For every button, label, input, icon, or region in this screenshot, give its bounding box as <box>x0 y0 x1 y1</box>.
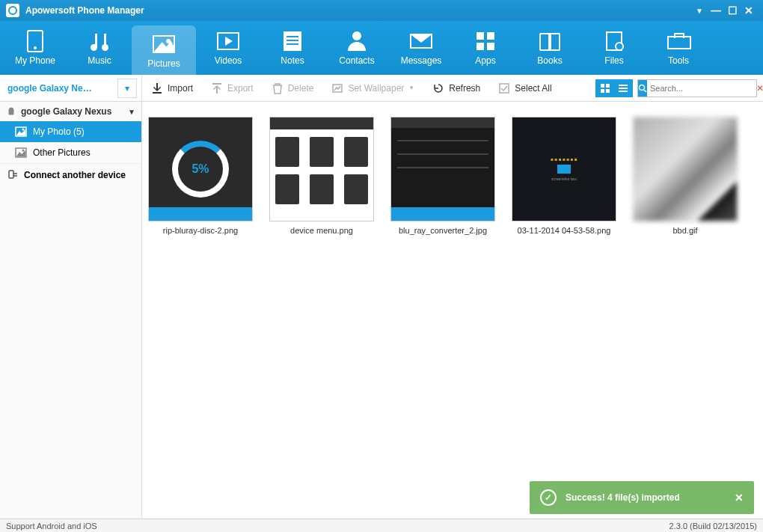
thumbnail-label: 03-11-2014 04-53-58.png <box>518 226 611 235</box>
action-label: Set Wallpaper <box>348 83 404 94</box>
device-dropdown[interactable]: google Galaxy Ne… ▾ <box>0 75 142 102</box>
thumbnail-image: ■ ■ ■ ■ ■ ■ ■screenshot text <box>512 117 616 221</box>
close-toast-icon[interactable]: ✕ <box>735 492 744 504</box>
maximize-icon[interactable]: ☐ <box>724 2 741 19</box>
sub-toolbar: google Galaxy Ne… ▾ Import Export Delete… <box>0 75 763 102</box>
chevron-down-icon: ▼ <box>408 85 414 91</box>
svg-line-10 <box>644 90 646 92</box>
clear-search-icon[interactable]: ✕ <box>756 83 763 94</box>
status-bar: Support Android and iOS 2.3.0 (Build 02/… <box>0 519 763 532</box>
view-toggle <box>595 79 633 97</box>
chevron-down-icon: ▼ <box>128 108 135 116</box>
search-box[interactable]: ✕ <box>637 79 757 97</box>
search-icon <box>638 80 647 97</box>
thumbnail-image: 5% <box>148 117 253 221</box>
pictures-icon <box>152 33 176 55</box>
svg-rect-2 <box>601 84 604 88</box>
svg-rect-7 <box>619 88 628 89</box>
music-icon <box>88 30 111 52</box>
android-icon <box>6 106 16 117</box>
tab-label: Tools <box>668 55 689 66</box>
tab-apps[interactable]: Apps <box>453 21 518 75</box>
import-button[interactable]: Import <box>142 75 202 102</box>
tab-label: Messages <box>401 55 442 66</box>
svg-point-9 <box>640 85 645 90</box>
thumbnail-item[interactable]: bbd.gif <box>633 117 738 235</box>
sidebar-item-other-pictures[interactable]: Other Pictures <box>0 142 141 163</box>
action-label: Delete <box>288 83 314 94</box>
video-icon <box>216 30 240 52</box>
tab-tools[interactable]: Tools <box>646 21 711 75</box>
tab-music[interactable]: Music <box>67 21 132 75</box>
set-wallpaper-button[interactable]: Set Wallpaper ▼ <box>322 75 423 102</box>
action-label: Select All <box>515 83 551 94</box>
messages-icon <box>409 30 433 52</box>
svg-rect-3 <box>606 84 610 88</box>
status-left: Support Android and iOS <box>6 522 97 531</box>
thumbnail-item[interactable]: ■ ■ ■ ■ ■ ■ ■screenshot text 03-11-2014 … <box>512 117 616 235</box>
tab-books[interactable]: Books <box>518 21 582 75</box>
thumbnail-image <box>390 117 495 221</box>
tab-label: My Phone <box>15 55 55 66</box>
thumbnail-label: blu_ray_converter_2.jpg <box>399 226 487 235</box>
sidebar-device-label: google Galaxy Nexus <box>21 106 111 117</box>
refresh-icon <box>432 82 444 94</box>
tools-icon <box>667 30 690 52</box>
select-all-button[interactable]: Select All <box>489 75 560 102</box>
sidebar-connect-device[interactable]: Connect another device <box>0 163 141 186</box>
tab-files[interactable]: Files <box>582 21 646 75</box>
content-area: 5% rip-bluray-disc-2.png device menu.png… <box>142 102 763 519</box>
delete-button[interactable]: Delete <box>263 75 323 102</box>
svg-rect-5 <box>606 89 610 93</box>
tab-label: Music <box>88 55 111 66</box>
refresh-button[interactable]: Refresh <box>423 75 489 102</box>
toast-message: Success! 4 file(s) imported <box>566 492 680 503</box>
action-label: Export <box>227 83 254 94</box>
thumbnail-item[interactable]: device menu.png <box>269 117 374 235</box>
connect-device-icon <box>6 169 18 181</box>
thumbnail-image <box>633 117 738 221</box>
sidebar-item-my-photo[interactable]: My Photo (5) <box>0 121 141 142</box>
tab-label: Videos <box>215 55 242 66</box>
tab-label: Apps <box>475 55 495 66</box>
tab-label: Files <box>604 55 623 66</box>
grid-view-button[interactable] <box>596 80 614 97</box>
thumbnail-label: bbd.gif <box>672 226 697 235</box>
sidebar-item-label: Other Pictures <box>33 147 91 158</box>
trash-icon <box>272 82 284 94</box>
svg-rect-6 <box>619 85 628 86</box>
close-icon[interactable]: ✕ <box>741 2 757 19</box>
svg-point-14 <box>22 150 25 152</box>
svg-rect-15 <box>9 171 13 178</box>
thumbnail-item[interactable]: 5% rip-bluray-disc-2.png <box>148 117 253 235</box>
svg-point-12 <box>22 129 25 131</box>
wallpaper-icon <box>331 82 343 94</box>
export-button[interactable]: Export <box>202 75 263 102</box>
tab-label: Pictures <box>147 58 180 69</box>
thumbnail-item[interactable]: blu_ray_converter_2.jpg <box>390 117 495 235</box>
sidebar-connect-label: Connect another device <box>24 170 126 180</box>
app-title: Apowersoft Phone Manager <box>25 5 144 16</box>
minimize-icon[interactable]: — <box>708 2 724 19</box>
list-view-button[interactable] <box>614 80 632 97</box>
files-icon <box>602 30 626 52</box>
chevron-down-icon[interactable]: ▾ <box>117 79 137 98</box>
sidebar-device-header[interactable]: google Galaxy Nexus ▼ <box>0 102 141 121</box>
svg-rect-4 <box>601 89 604 93</box>
title-bar: Apowersoft Phone Manager ▼ — ☐ ✕ <box>0 0 763 21</box>
checkbox-icon <box>498 82 510 94</box>
sidebar: google Galaxy Nexus ▼ My Photo (5) Other… <box>0 102 142 519</box>
search-input[interactable] <box>647 84 756 93</box>
tab-label: Notes <box>281 55 304 66</box>
tab-notes[interactable]: Notes <box>260 21 325 75</box>
books-icon <box>538 30 562 52</box>
tab-pictures[interactable]: Pictures <box>132 25 196 75</box>
apps-icon <box>474 30 497 52</box>
tab-videos[interactable]: Videos <box>196 21 260 75</box>
window-menu-icon[interactable]: ▼ <box>691 2 708 19</box>
tab-contacts[interactable]: Contacts <box>325 21 389 75</box>
sidebar-item-label: My Photo (5) <box>33 126 85 137</box>
tab-messages[interactable]: Messages <box>389 21 453 75</box>
action-label: Import <box>168 83 193 94</box>
tab-my-phone[interactable]: My Phone <box>3 21 67 75</box>
